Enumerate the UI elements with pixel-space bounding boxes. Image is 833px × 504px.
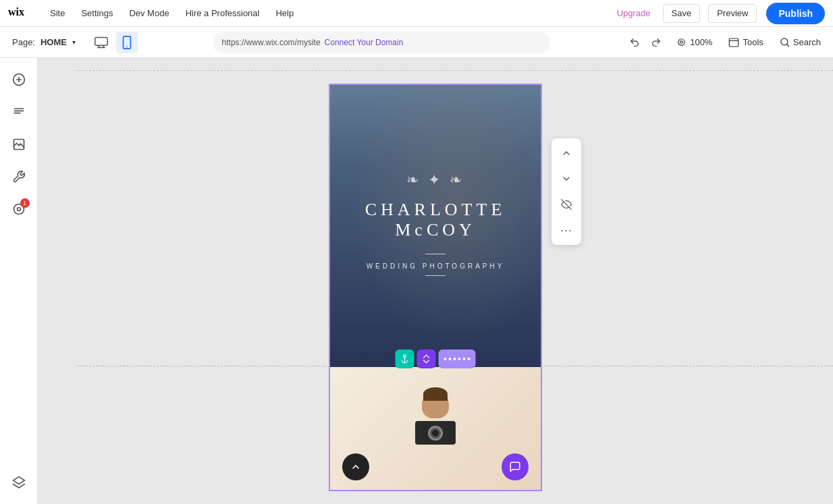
zoom-control[interactable]: 100%: [672, 34, 718, 50]
hero-section[interactable]: ❧ ✦ ❧ CHARLOTTE McCOY WEDDING PHOTOGRAPH…: [330, 85, 541, 367]
section-drag-handle[interactable]: [439, 349, 476, 368]
nav-devmode[interactable]: Dev Mode: [122, 0, 176, 27]
svg-point-21: [17, 208, 20, 211]
chevron-down-icon: ▾: [72, 38, 76, 46]
section-controls-panel: ···: [552, 138, 581, 245]
sidebar-layers-icon[interactable]: [5, 469, 32, 496]
drag-dot-1: [444, 358, 447, 360]
drag-dot-4: [458, 358, 461, 360]
device-selector: [90, 32, 138, 53]
wix-logo[interactable]: wix: [8, 5, 35, 22]
main-area: 1 ❧ ✦ ❧ CHARLOTTE McCOY: [0, 58, 833, 504]
drag-dot-3: [454, 358, 456, 360]
photo-head: [422, 391, 449, 418]
drag-dot-5: [463, 358, 466, 360]
hero-title-line2: McCOY: [395, 220, 476, 240]
photographer-figure: [402, 391, 469, 486]
sidebar-app-icon[interactable]: 1: [5, 196, 32, 223]
hero-overlay: ❧ ✦ ❧ CHARLOTTE McCOY WEDDING PHOTOGRAPH…: [330, 85, 541, 367]
zoom-level: 100%: [690, 37, 712, 47]
svg-rect-9: [730, 38, 738, 47]
mobile-frame: ❧ ✦ ❧ CHARLOTTE McCOY WEDDING PHOTOGRAPH…: [329, 84, 542, 491]
scroll-up-button[interactable]: [342, 453, 369, 480]
sidebar-media-icon[interactable]: [5, 131, 32, 158]
canvas-content: ❧ ✦ ❧ CHARLOTTE McCOY WEDDING PHOTOGRAPH…: [329, 84, 542, 491]
camera-lens: [428, 426, 443, 441]
hero-divider-2: [425, 275, 446, 276]
undo-redo-group: [624, 32, 666, 53]
sidebar-tools-icon[interactable]: [5, 163, 32, 190]
svg-line-12: [786, 44, 788, 46]
nav-help[interactable]: Help: [269, 0, 300, 27]
svg-rect-1: [95, 37, 107, 45]
nav-site[interactable]: Site: [43, 0, 72, 27]
hide-section-button[interactable]: [554, 192, 579, 217]
page-selector[interactable]: Page: HOME ▾: [7, 34, 81, 50]
page-name: HOME: [41, 37, 67, 47]
anchor-handle-button[interactable]: [396, 349, 414, 368]
mobile-device-button[interactable]: [116, 32, 138, 53]
svg-marker-22: [13, 477, 24, 484]
connect-domain-link[interactable]: Connect Your Domain: [325, 38, 404, 47]
nav-preview[interactable]: Preview: [708, 4, 757, 23]
search-button[interactable]: Search: [774, 34, 826, 50]
left-sidebar: 1: [0, 58, 38, 504]
sidebar-add-button[interactable]: [5, 66, 32, 93]
camera-body: [415, 421, 456, 445]
photo-hair: [423, 387, 448, 401]
svg-point-7: [678, 38, 684, 45]
tools-label: Tools: [743, 37, 763, 47]
redo-button[interactable]: [646, 32, 666, 53]
top-navbar: wix Site Settings Dev Mode Hire a Profes…: [0, 0, 833, 27]
undo-button[interactable]: [624, 32, 645, 53]
chat-button[interactable]: [502, 453, 529, 480]
hero-title-line1: CHARLOTTE: [365, 200, 506, 220]
sidebar-pages-icon[interactable]: [5, 99, 32, 125]
search-label: Search: [793, 37, 821, 47]
page-label: Page:: [12, 37, 35, 47]
move-section-up-button[interactable]: [554, 141, 579, 165]
section-boundary-top: [76, 70, 833, 71]
nav-upgrade[interactable]: Upgrade: [610, 8, 657, 18]
nav-hire-professional[interactable]: Hire a Professional: [179, 0, 267, 27]
svg-point-6: [126, 46, 128, 47]
url-text: https://www.wix.com/mysite: [222, 38, 321, 47]
drag-dot-6: [468, 358, 471, 360]
move-section-down-button[interactable]: [554, 167, 579, 191]
url-bar: https://www.wix.com/mysite Connect Your …: [213, 32, 550, 53]
more-section-options-button[interactable]: ···: [554, 218, 579, 242]
move-handle-button[interactable]: [417, 349, 436, 368]
section-bottom-handles: [396, 349, 476, 368]
svg-text:wix: wix: [8, 6, 24, 18]
tools-button[interactable]: Tools: [723, 34, 768, 51]
editor-toolbar: Page: HOME ▾ https://www.wix.com/mysite …: [0, 27, 833, 58]
camera-lens-inner: [432, 430, 439, 437]
notification-badge: 1: [20, 198, 30, 208]
nav-publish-button[interactable]: Publish: [766, 3, 825, 24]
drag-dot-2: [449, 358, 452, 360]
floral-decoration: ❧ ✦ ❧: [406, 171, 464, 189]
canvas-area: ❧ ✦ ❧ CHARLOTTE McCOY WEDDING PHOTOGRAPH…: [38, 58, 833, 504]
nav-save[interactable]: Save: [663, 4, 701, 23]
lower-section[interactable]: [330, 367, 541, 490]
svg-point-8: [680, 40, 683, 43]
hero-divider: [425, 254, 446, 254]
desktop-device-button[interactable]: [90, 32, 112, 53]
nav-settings[interactable]: Settings: [74, 0, 119, 27]
hero-subtitle: WEDDING PHOTOGRAPHY: [367, 262, 505, 270]
